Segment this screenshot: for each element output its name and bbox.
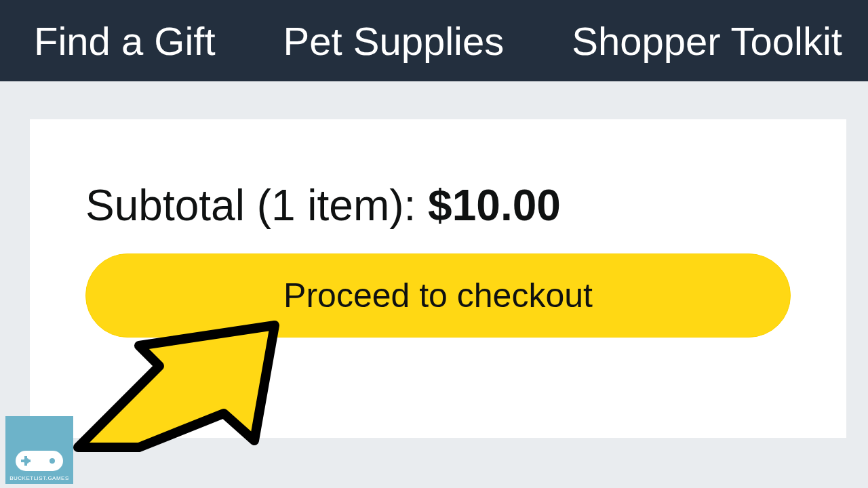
proceed-to-checkout-button[interactable]: Proceed to checkout <box>85 253 791 338</box>
subtotal-label: Subtotal (1 item): <box>85 181 428 230</box>
nav-item-find-a-gift[interactable]: Find a Gift <box>34 18 216 64</box>
nav-item-shopper-toolkit[interactable]: Shopper Toolkit <box>572 18 842 64</box>
watermark-logo: BUCKETLIST.GAMES <box>5 416 73 484</box>
watermark-text: BUCKETLIST.GAMES <box>9 475 69 481</box>
gamepad-icon <box>16 451 63 471</box>
subtotal-amount: $10.00 <box>428 181 561 230</box>
nav-item-pet-supplies[interactable]: Pet Supplies <box>283 18 505 64</box>
subtotal-line: Subtotal (1 item): $10.00 <box>85 180 791 230</box>
cart-summary-card: Subtotal (1 item): $10.00 Proceed to che… <box>30 119 846 438</box>
top-nav: Find a Gift Pet Supplies Shopper Toolkit <box>0 0 868 81</box>
